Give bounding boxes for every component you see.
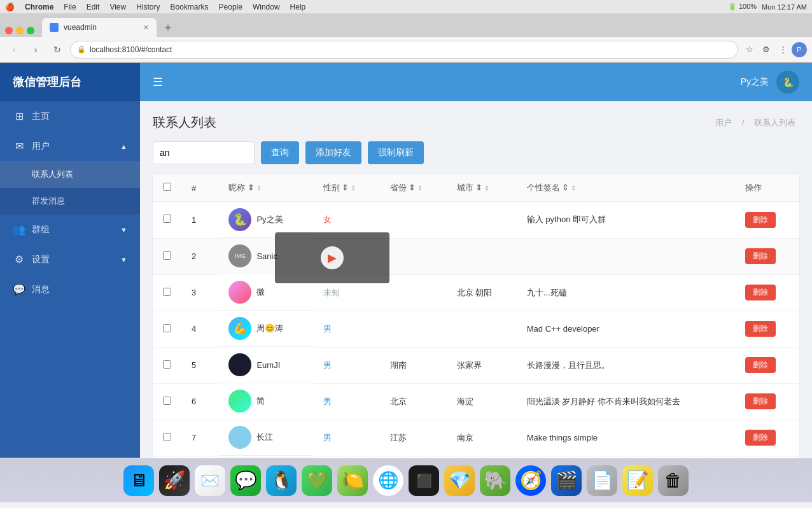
window-menu[interactable]: Window xyxy=(253,3,280,11)
sidebar-home-label: 主页 xyxy=(32,111,127,122)
apple-icon[interactable]: 🍎 xyxy=(5,3,15,11)
sidebar-item-home[interactable]: ⊞ 主页 xyxy=(0,101,140,131)
add-friend-button[interactable]: 添加好友 xyxy=(305,141,361,164)
dock-messages[interactable]: 💬 xyxy=(230,465,261,496)
delete-button[interactable]: 删除 xyxy=(745,321,776,337)
refresh-button[interactable]: ↻ xyxy=(48,41,66,59)
row-avatar-nickname: 💪 周😊涛 xyxy=(218,311,312,347)
bookmark-icon[interactable]: ☆ xyxy=(742,42,757,57)
back-button[interactable]: ‹ xyxy=(5,41,23,59)
close-button[interactable] xyxy=(5,27,13,34)
row-id: 1 xyxy=(181,202,218,239)
sidebar-item-group[interactable]: 👥 群组 ▼ xyxy=(0,215,140,244)
sidebar-item-group-msg[interactable]: 群发消息 xyxy=(0,188,140,215)
hamburger-icon[interactable]: ☰ xyxy=(153,75,163,89)
dock-trash[interactable]: 🗑 xyxy=(658,465,689,496)
force-refresh-button[interactable]: 强制刷新 xyxy=(368,141,424,164)
header-province[interactable]: 省份 ⇕ xyxy=(380,174,447,202)
dock-word[interactable]: 📄 xyxy=(587,465,617,496)
contact-label: 联系人列表 xyxy=(32,169,73,180)
dock-evernote[interactable]: 🐘 xyxy=(480,465,510,496)
extensions-icon[interactable]: ⚙ xyxy=(759,42,774,57)
breadcrumb-home[interactable]: 用户 xyxy=(715,118,732,127)
file-menu[interactable]: File xyxy=(64,3,76,11)
row-signature: Make things simple xyxy=(517,420,736,456)
sidebar-item-contact[interactable]: 联系人列表 xyxy=(0,161,140,188)
row-checkbox[interactable] xyxy=(163,215,171,223)
row-signature: 阳光温淡 岁月静好 你不肯来叫我如何老去 xyxy=(517,383,736,420)
header-nickname[interactable]: 昵称 ⇕ xyxy=(218,174,312,202)
url-text: localhost:8100/#/contact xyxy=(90,45,172,54)
dock-wechat[interactable]: 💚 xyxy=(302,465,332,496)
help-menu[interactable]: Help xyxy=(290,3,306,11)
header-signature[interactable]: 个性签名 ⇕ xyxy=(517,174,736,202)
dock-finder[interactable]: 🖥 xyxy=(123,465,154,496)
dock-sketch[interactable]: 💎 xyxy=(444,465,475,496)
row-checkbox[interactable] xyxy=(163,360,171,369)
row-province xyxy=(380,202,447,239)
row-checkbox[interactable] xyxy=(163,397,171,405)
row-action: 删除 xyxy=(735,383,799,420)
sidebar-item-message[interactable]: 💬 消息 xyxy=(0,274,140,304)
minimize-button[interactable] xyxy=(16,27,24,34)
dock-screenflow[interactable]: 🎬 xyxy=(551,465,582,496)
query-button[interactable]: 查询 xyxy=(261,141,299,164)
sidebar-user-label: 用户 xyxy=(32,141,114,152)
profile-icon[interactable]: P xyxy=(792,42,807,57)
lock-icon: 🔒 xyxy=(77,45,86,53)
mac-status-bar: 🔋 100% Mon 12:17 AM xyxy=(728,3,807,11)
delete-button[interactable]: 删除 xyxy=(745,393,776,409)
active-tab[interactable]: vueadmin ✕ xyxy=(42,18,157,37)
header-city[interactable]: 城市 ⇕ xyxy=(447,174,517,202)
row-checkbox[interactable] xyxy=(163,288,171,296)
new-tab-button[interactable]: + xyxy=(159,19,177,37)
dock-mail[interactable]: ✉️ xyxy=(195,465,225,496)
view-menu[interactable]: View xyxy=(109,3,126,11)
select-all-checkbox[interactable] xyxy=(163,183,171,191)
bookmarks-menu[interactable]: Bookmarks xyxy=(171,3,209,11)
sidebar-item-settings[interactable]: ⚙ 设置 ▼ xyxy=(0,244,140,274)
chrome-menu[interactable]: Chrome xyxy=(25,3,53,11)
avatar xyxy=(228,390,251,413)
row-gender: 男 xyxy=(313,420,380,456)
sidebar-item-user[interactable]: ✉ 用户 ▲ xyxy=(0,131,140,161)
edit-menu[interactable]: Edit xyxy=(87,3,100,11)
delete-button[interactable]: 删除 xyxy=(745,212,776,228)
dock-chrome[interactable]: 🌐 xyxy=(373,465,403,496)
tab-favicon xyxy=(50,23,59,32)
dock-notes[interactable]: 📝 xyxy=(622,465,653,496)
sidebar: 微信管理后台 ⊞ 主页 ✉ 用户 ▲ 联系人列表 群发消息 👥 群组 ▼ ⚙ 设 xyxy=(0,63,140,458)
delete-button[interactable]: 删除 xyxy=(745,357,776,373)
header-gender[interactable]: 性别 ⇕ xyxy=(313,174,380,202)
delete-button[interactable]: 删除 xyxy=(745,430,776,446)
tab-close-btn[interactable]: ✕ xyxy=(143,24,149,32)
search-input[interactable] xyxy=(153,141,255,164)
dock-lime[interactable]: 🍋 xyxy=(337,465,368,496)
avatar xyxy=(228,426,251,449)
delete-button[interactable]: 删除 xyxy=(745,248,776,264)
table-header: # 昵称 ⇕ 性别 ⇕ 省份 ⇕ 城市 ⇕ 个性签名 ⇕ 操作 xyxy=(153,174,799,202)
row-id: 7 xyxy=(181,420,218,456)
row-city xyxy=(447,311,517,347)
user-avatar[interactable]: 🐍 xyxy=(776,71,799,94)
dock-qq[interactable]: 🐧 xyxy=(266,465,297,496)
table: # 昵称 ⇕ 性别 ⇕ 省份 ⇕ 城市 ⇕ 个性签名 ⇕ 操作 xyxy=(153,174,799,458)
row-action: 删除 xyxy=(735,420,799,456)
dock-safari[interactable]: 🧭 xyxy=(515,465,546,496)
dock-launchpad[interactable]: 🚀 xyxy=(159,465,190,496)
maximize-button[interactable] xyxy=(27,27,34,34)
history-menu[interactable]: History xyxy=(136,3,160,11)
row-checkbox[interactable] xyxy=(163,251,171,260)
dock-terminal[interactable]: ⬛ xyxy=(409,465,439,496)
content-area: 联系人列表 用户 / 联系人列表 查询 添加好友 强制刷新 xyxy=(140,101,812,458)
address-bar[interactable]: 🔒 localhost:8100/#/contact xyxy=(70,41,738,59)
play-button[interactable]: ▶ xyxy=(321,246,344,269)
header-action: 操作 xyxy=(735,174,799,202)
people-menu[interactable]: People xyxy=(219,3,242,11)
menu-icon[interactable]: ⋮ xyxy=(775,42,790,57)
row-checkbox[interactable] xyxy=(163,433,171,441)
delete-button[interactable]: 删除 xyxy=(745,285,776,300)
mac-menu-bar: 🍎 Chrome File Edit View History Bookmark… xyxy=(5,3,305,11)
row-checkbox[interactable] xyxy=(163,324,171,332)
forward-button[interactable]: › xyxy=(27,41,45,59)
